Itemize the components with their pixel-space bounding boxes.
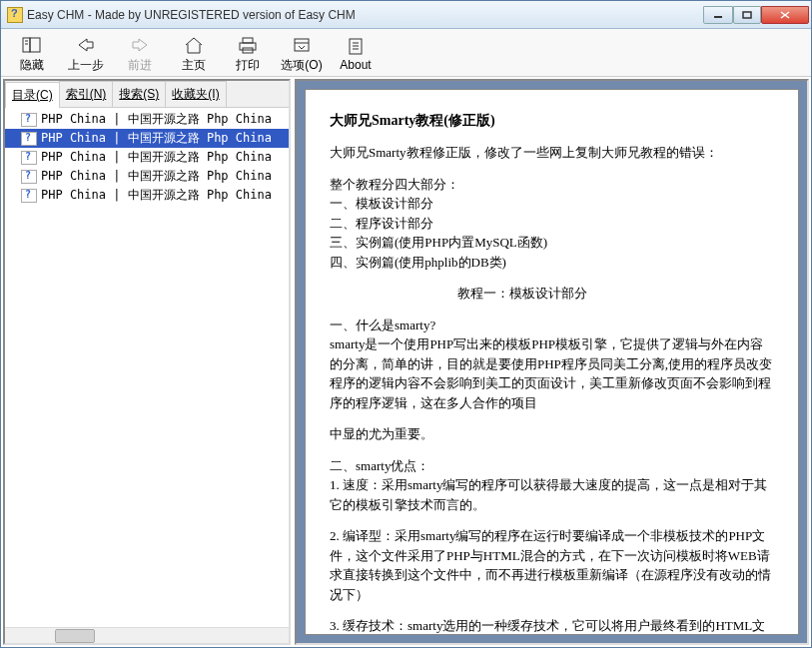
- print-button[interactable]: 打印: [221, 31, 275, 74]
- help-page-icon: [21, 151, 37, 165]
- tree-item-label: PHP China | 中国开源之路 Php China: [41, 187, 272, 204]
- toolbar: 隐藏 上一步 前进 主页 打印 选项(O) About: [1, 29, 811, 77]
- app-window: Easy CHM - Made by UNREGISTERED version …: [0, 0, 812, 648]
- tree-item-label: PHP China | 中国开源之路 Php China: [41, 168, 272, 185]
- tree-item[interactable]: PHP China | 中国开源之路 Php China: [5, 110, 289, 129]
- section-heading: 教程一：模板设计部分: [330, 284, 774, 304]
- help-page-icon: [21, 113, 37, 127]
- hide-icon: [21, 34, 43, 56]
- close-button[interactable]: [761, 6, 809, 24]
- options-icon: [291, 34, 313, 56]
- forward-icon: [129, 34, 151, 56]
- forward-button: 前进: [113, 31, 167, 74]
- sidebar-tabs: 目录(C) 索引(N) 搜索(S) 收藏夹(I): [5, 81, 289, 108]
- about-button[interactable]: About: [329, 31, 383, 74]
- about-icon: [345, 35, 367, 57]
- tree-item-label: PHP China | 中国开源之路 Php China: [41, 149, 272, 166]
- adv3: 3. 缓存技术：smarty选用的一种缓存技术，它可以将用户最终看到的HTML文…: [330, 616, 774, 635]
- tree-item-label: PHP China | 中国开源之路 Php China: [41, 111, 272, 128]
- back-icon: [75, 34, 97, 56]
- tab-favorites[interactable]: 收藏夹(I): [165, 81, 226, 107]
- document-body[interactable]: 大师兄Smarty教程(修正版) 大师兄Smarty教程修正版，修改了一些网上复…: [305, 89, 799, 635]
- doc-parts: 整个教程分四大部分： 一、模板设计部分 二、程序设计部分 三、实例篇(使用PHP…: [330, 175, 774, 273]
- hide-button[interactable]: 隐藏: [5, 31, 59, 74]
- doc-title: 大师兄Smarty教程(修正版): [330, 110, 774, 131]
- tree-item[interactable]: PHP China | 中国开源之路 Php China: [5, 186, 289, 205]
- tree-item[interactable]: PHP China | 中国开源之路 Php China: [5, 167, 289, 186]
- home-button[interactable]: 主页: [167, 31, 221, 74]
- window-title: Easy CHM - Made by UNREGISTERED version …: [27, 8, 703, 22]
- help-page-icon: [21, 170, 37, 184]
- scrollbar-thumb[interactable]: [55, 629, 95, 643]
- tab-index[interactable]: 索引(N): [59, 81, 114, 107]
- tab-search[interactable]: 搜索(S): [112, 81, 166, 107]
- back-button[interactable]: 上一步: [59, 31, 113, 74]
- svg-rect-5: [30, 38, 40, 52]
- tab-contents[interactable]: 目录(C): [5, 82, 60, 108]
- doc-intro: 大师兄Smarty教程修正版，修改了一些网上复制大师兄教程的错误：: [330, 143, 774, 163]
- workarea: 目录(C) 索引(N) 搜索(S) 收藏夹(I) PHP China | 中国开…: [1, 77, 811, 647]
- help-page-icon: [21, 189, 37, 203]
- print-icon: [237, 34, 259, 56]
- content-pane: 大师兄Smarty教程(修正版) 大师兄Smarty教程修正版，修改了一些网上复…: [295, 79, 809, 645]
- tree-item[interactable]: PHP China | 中国开源之路 Php China: [5, 148, 289, 167]
- svg-rect-4: [23, 38, 30, 52]
- q1-tail: 中显的尤为重要。: [330, 424, 774, 444]
- minimize-button[interactable]: [703, 6, 733, 24]
- contents-tree[interactable]: PHP China | 中国开源之路 Php ChinaPHP China | …: [5, 108, 289, 627]
- maximize-button[interactable]: [733, 6, 761, 24]
- help-page-icon: [21, 132, 37, 146]
- q2: 二、smarty优点： 1. 速度：采用smarty编写的程序可以获得最大速度的…: [330, 456, 774, 515]
- home-icon: [183, 34, 205, 56]
- svg-rect-1: [743, 12, 751, 18]
- app-icon: [7, 7, 23, 23]
- tree-item-label: PHP China | 中国开源之路 Php China: [41, 130, 272, 147]
- titlebar[interactable]: Easy CHM - Made by UNREGISTERED version …: [1, 1, 811, 29]
- svg-rect-9: [240, 43, 256, 50]
- svg-rect-8: [243, 38, 253, 43]
- sidebar: 目录(C) 索引(N) 搜索(S) 收藏夹(I) PHP China | 中国开…: [3, 79, 291, 645]
- options-button[interactable]: 选项(O): [275, 31, 329, 74]
- tree-item[interactable]: PHP China | 中国开源之路 Php China: [5, 129, 289, 148]
- sidebar-hscrollbar[interactable]: [5, 627, 289, 643]
- q1: 一、什么是smarty? smarty是一个使用PHP写出来的模板PHP模板引擎…: [330, 316, 774, 413]
- adv2: 2. 编译型：采用smarty编写的程序在运行时要编译成一个非模板技术的PHP文…: [330, 526, 774, 604]
